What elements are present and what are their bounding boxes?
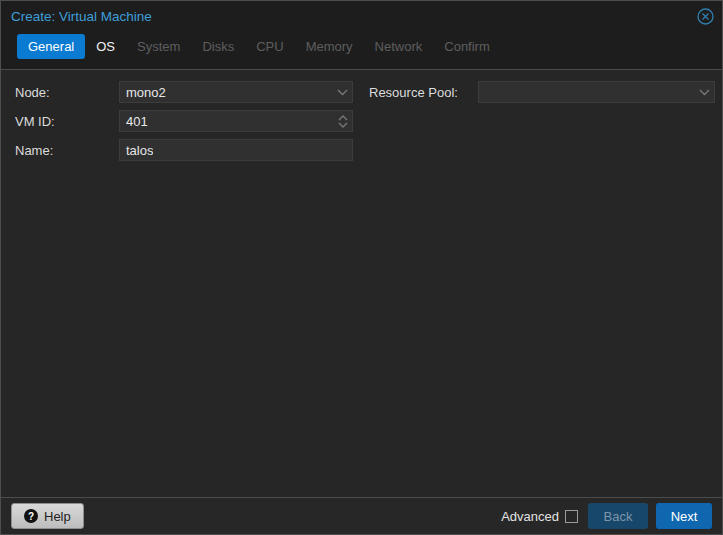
vmid-spinner[interactable]: 401	[119, 110, 353, 132]
back-button[interactable]: Back	[588, 503, 648, 529]
create-vm-dialog: Create: Virtual Machine General OS Syste…	[0, 0, 723, 535]
resource-pool-label: Resource Pool:	[369, 85, 478, 100]
vmid-value: 401	[120, 114, 148, 129]
dialog-body: Node: mono2 VM ID: 401	[1, 71, 722, 497]
vmid-label: VM ID:	[15, 114, 119, 129]
tab-disks: Disks	[191, 34, 245, 59]
wizard-tab-bar: General OS System Disks CPU Memory Netwo…	[17, 34, 722, 59]
close-icon[interactable]	[696, 7, 714, 25]
tab-system: System	[126, 34, 191, 59]
dialog-footer: ? Help Advanced Back Next	[1, 497, 722, 534]
resource-pool-combo[interactable]	[478, 81, 715, 103]
next-button[interactable]: Next	[656, 503, 712, 529]
advanced-label: Advanced	[501, 509, 559, 524]
node-label: Node:	[15, 85, 119, 100]
dialog-header: Create: Virtual Machine General OS Syste…	[1, 1, 722, 70]
name-label: Name:	[15, 143, 119, 158]
name-input[interactable]: talos	[119, 139, 353, 161]
tab-general[interactable]: General	[17, 34, 85, 59]
help-button-label: Help	[44, 509, 71, 524]
help-button[interactable]: ? Help	[11, 503, 84, 529]
spinner-updown-icon[interactable]	[338, 111, 348, 131]
tab-network: Network	[364, 34, 434, 59]
tab-cpu: CPU	[245, 34, 294, 59]
dialog-title: Create: Virtual Machine	[11, 9, 152, 24]
tab-confirm: Confirm	[433, 34, 501, 59]
node-combo[interactable]: mono2	[119, 81, 353, 103]
tab-os[interactable]: OS	[85, 34, 126, 59]
node-value: mono2	[120, 85, 166, 100]
chevron-down-icon[interactable]	[337, 82, 348, 102]
advanced-checkbox[interactable]	[565, 510, 578, 523]
chevron-down-icon[interactable]	[699, 82, 710, 102]
help-question-icon: ?	[24, 509, 38, 523]
name-value: talos	[120, 143, 153, 158]
tab-memory: Memory	[295, 34, 364, 59]
